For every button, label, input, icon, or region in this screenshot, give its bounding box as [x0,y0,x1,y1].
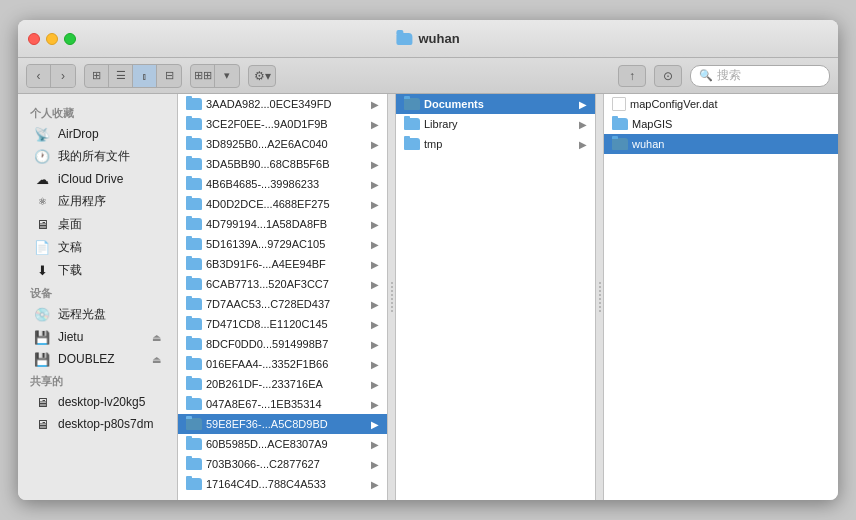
close-button[interactable] [28,33,40,45]
resize-handle-1[interactable] [388,94,396,500]
folder-icon [186,478,202,490]
computer2-icon: 🖥 [34,416,50,432]
sidebar-item-desktop[interactable]: 🖥 桌面 [22,213,173,236]
folder-icon [186,118,202,130]
list-item[interactable]: 8DCF0DD0...5914998B7 ▶ [178,334,387,354]
share-button[interactable]: ↑ [618,65,646,87]
list-item[interactable]: mapConfigVer.dat [604,94,838,114]
file-column-1: 3AADA982...0ECE349FD ▶ 3CE2F0EE-...9A0D1… [178,94,388,500]
sidebar-item-docs[interactable]: 📄 文稿 [22,236,173,259]
arrange-dropdown[interactable]: ▾ [215,65,239,87]
view-buttons: ⊞ ☰ ⫾ ⊟ [84,64,182,88]
list-item[interactable]: 3D8925B0...A2E6AC040 ▶ [178,134,387,154]
list-item[interactable]: wuhan [604,134,838,154]
list-item[interactable]: tmp ▶ [396,134,595,154]
folder-icon [186,358,202,370]
sidebar-item-downloads[interactable]: ⬇ 下载 [22,259,173,282]
folder-icon [186,178,202,190]
docs-icon: 📄 [34,240,50,256]
list-item[interactable]: 703B3066-...C2877627 ▶ [178,454,387,474]
list-item[interactable]: 17164C4D...788C4A533 ▶ [178,474,387,494]
list-item[interactable]: 047A8E67-...1EB35314 ▶ [178,394,387,414]
list-item[interactable]: 4D799194...1A58DA8FB ▶ [178,214,387,234]
sidebar-item-desktop-p80s7dm[interactable]: 🖥 desktop-p80s7dm [22,413,173,435]
list-item[interactable]: 20B261DF-...233716EA ▶ [178,374,387,394]
list-item[interactable]: Library ▶ [396,114,595,134]
list-item[interactable]: 6B3D91F6-...A4EE94BF ▶ [178,254,387,274]
arrange-button[interactable]: ⊞⊞ [191,65,215,87]
all-files-icon: 🕐 [34,149,50,165]
desktop-icon: 🖥 [34,217,50,233]
minimize-button[interactable] [46,33,58,45]
folder-icon [186,138,202,150]
list-item[interactable]: 4D0D2DCE...4688EF275 ▶ [178,194,387,214]
doublez-eject[interactable]: ⏏ [152,354,161,365]
list-item[interactable]: 7D7AAC53...C728ED437 ▶ [178,294,387,314]
list-item[interactable]: Documents ▶ [396,94,595,114]
sidebar-section-favorites: 个人收藏 [18,102,177,123]
list-item[interactable]: 59E8EF36-...A5C8D9BD ▶ [178,414,387,434]
window-title: wuhan [396,31,459,46]
folder-icon [186,198,202,210]
sidebar-item-all-files[interactable]: 🕐 我的所有文件 [22,145,173,168]
sidebar-item-apps[interactable]: ⚛ 应用程序 [22,190,173,213]
doc-icon [612,97,626,111]
folder-icon [186,98,202,110]
jietu-eject[interactable]: ⏏ [152,332,161,343]
toolbar: ‹ › ⊞ ☰ ⫾ ⊟ ⊞⊞ ▾ ⚙▾ ↑ ⊙ 🔍 搜索 [18,58,838,94]
list-view-button[interactable]: ☰ [109,65,133,87]
sidebar-section-shared: 共享的 [18,370,177,391]
folder-icon [404,98,420,110]
back-button[interactable]: ‹ [27,65,51,87]
sidebar-item-icloud[interactable]: ☁ iCloud Drive [22,168,173,190]
folder-icon [186,338,202,350]
folder-icon [186,418,202,430]
list-item[interactable]: 7D471CD8...E1120C145 ▶ [178,314,387,334]
resize-handle-2[interactable] [596,94,604,500]
apps-icon: ⚛ [34,194,50,210]
search-placeholder: 搜索 [717,67,741,84]
sidebar-item-desktop-lv20kg5[interactable]: 🖥 desktop-lv20kg5 [22,391,173,413]
traffic-lights [28,33,76,45]
sidebar-item-doublez[interactable]: 💾 DOUBLEZ ⏏ [22,348,173,370]
sidebar-item-airdrop[interactable]: 📡 AirDrop [22,123,173,145]
search-icon: 🔍 [699,69,713,82]
folder-icon [186,458,202,470]
list-item[interactable]: 016EFAA4-...3352F1B66 ▶ [178,354,387,374]
list-item[interactable]: 3CE2F0EE-...9A0D1F9B ▶ [178,114,387,134]
main-content: 个人收藏 📡 AirDrop 🕐 我的所有文件 ☁ iCloud Drive ⚛… [18,94,838,500]
fullscreen-button[interactable] [64,33,76,45]
folder-icon [186,218,202,230]
search-box[interactable]: 🔍 搜索 [690,65,830,87]
list-item[interactable]: 3AADA982...0ECE349FD ▶ [178,94,387,114]
folder-icon [404,118,420,130]
file-column-3: mapConfigVer.dat MapGIS wuhan [604,94,838,500]
icon-view-button[interactable]: ⊞ [85,65,109,87]
list-item[interactable]: 5D16139A...9729AC105 ▶ [178,234,387,254]
list-item[interactable]: 3DA5BB90...68C8B5F6B ▶ [178,154,387,174]
folder-icon [396,33,412,45]
jietu-icon: 💾 [34,329,50,345]
list-item[interactable]: 6CAB7713...520AF3CC7 ▶ [178,274,387,294]
list-item[interactable]: MapGIS [604,114,838,134]
action-button[interactable]: ⚙▾ [248,65,276,87]
sidebar-item-remote-disk[interactable]: 💿 远程光盘 [22,303,173,326]
list-item[interactable]: 60B5985D...ACE8307A9 ▶ [178,434,387,454]
folder-icon [186,298,202,310]
icloud-icon: ☁ [34,171,50,187]
tag-button[interactable]: ⊙ [654,65,682,87]
nav-buttons: ‹ › [26,64,76,88]
folder-icon [612,118,628,130]
folder-icon [186,378,202,390]
list-item[interactable]: 4B6B4685-...39986233 ▶ [178,174,387,194]
folder-icon [186,318,202,330]
airdrop-icon: 📡 [34,126,50,142]
folder-icon [404,138,420,150]
downloads-icon: ⬇ [34,263,50,279]
forward-button[interactable]: › [51,65,75,87]
arrange-button-group: ⊞⊞ ▾ [190,64,240,88]
cover-flow-button[interactable]: ⊟ [157,65,181,87]
column-view-button[interactable]: ⫾ [133,65,157,87]
sidebar-item-jietu[interactable]: 💾 Jietu ⏏ [22,326,173,348]
folder-icon [186,238,202,250]
